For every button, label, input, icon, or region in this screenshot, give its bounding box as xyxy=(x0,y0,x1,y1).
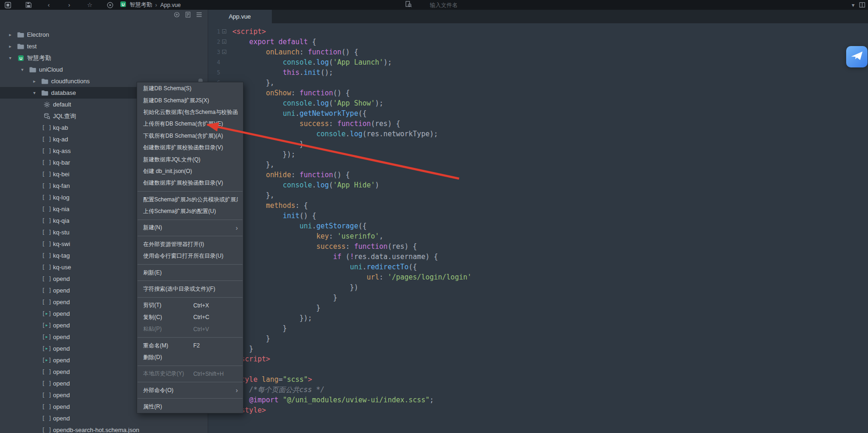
folder-icon xyxy=(17,43,25,50)
menu-item[interactable]: 创建数据库扩展校验函数目录(V) xyxy=(137,177,243,189)
app-logo-icon[interactable] xyxy=(5,2,11,8)
menu-item[interactable]: 外部命令(O)› xyxy=(137,385,243,396)
folder-icon xyxy=(29,66,37,73)
menu-item[interactable]: 属性(R) xyxy=(137,401,243,413)
menu-item[interactable]: 上传Schema扩展Js的配置(U) xyxy=(137,206,243,217)
dropdown-icon[interactable]: ▾ xyxy=(852,2,855,8)
menu-item[interactable]: 新建DB Schema扩展JS(X) xyxy=(137,94,243,106)
code-text: console.log('App Hide') xyxy=(228,180,379,190)
menu-item[interactable]: 复制(C)Ctrl+C xyxy=(137,312,243,323)
menu-item[interactable]: 配置Schema扩展Js的公共模块或扩展库 xyxy=(137,194,243,206)
code-text: export default { xyxy=(228,37,316,47)
code-line: 20- uni.getStorage({ xyxy=(208,221,868,231)
code-line: 9- uni.getNetworkType({ xyxy=(208,108,868,119)
menu-item[interactable]: 创建数据库扩展校验函数目录(V) xyxy=(137,142,243,153)
menu-separator xyxy=(138,337,243,338)
menu-item-label: 新建(N) xyxy=(143,224,162,232)
db-search-icon xyxy=(43,113,51,120)
chevron-right-icon[interactable]: ▸ xyxy=(7,32,14,37)
tree-item-label: kq-fan xyxy=(53,182,70,189)
code-line: 27 } xyxy=(208,293,868,303)
run-icon[interactable] xyxy=(107,2,113,8)
code-area[interactable]: 1-<script>2- export default {3- onLaunch… xyxy=(208,23,868,433)
schema-icon: [ ] xyxy=(43,240,51,248)
menu-separator xyxy=(138,236,243,236)
file-search-input[interactable] xyxy=(429,1,852,9)
chevron-down-icon[interactable]: ▾ xyxy=(7,55,14,60)
tree-item-label: opend xyxy=(53,333,70,340)
tree-item-label: 智慧考勤 xyxy=(27,54,51,62)
tree-item[interactable]: [ ]opendb-search-hot.schema.json xyxy=(0,424,208,433)
forward-icon[interactable]: › xyxy=(66,2,72,8)
tree-item-label: opend xyxy=(53,392,70,399)
menu-separator xyxy=(138,398,243,399)
code-line: 21 key: 'userinfo', xyxy=(208,231,868,241)
locate-icon[interactable] xyxy=(185,12,191,18)
star-icon[interactable]: ☆ xyxy=(86,2,93,8)
folder-icon xyxy=(17,31,25,39)
tree-item-label: cloudfunctions xyxy=(51,78,90,85)
menu-item-shortcut: Ctrl+X xyxy=(193,302,238,309)
menu-item[interactable]: 重命名(M)F2 xyxy=(137,340,243,351)
save-icon[interactable] xyxy=(25,2,32,8)
back-icon[interactable]: ‹ xyxy=(46,2,52,8)
breadcrumb-file[interactable]: App.vue xyxy=(160,2,181,8)
menu-item-label: 在外部资源管理器打开(I) xyxy=(143,240,204,248)
chevron-down-icon[interactable]: ▾ xyxy=(19,67,26,72)
menu-item[interactable]: 新建(N)› xyxy=(137,222,243,233)
fold-marker-icon[interactable]: - xyxy=(222,50,226,54)
chevron-down-icon[interactable]: ▾ xyxy=(31,90,38,95)
menu-item-label: 配置Schema扩展Js的公共模块或扩展库 xyxy=(143,196,238,204)
menu-separator xyxy=(138,191,243,192)
tree-item[interactable]: [ ]opend xyxy=(0,413,208,424)
menu-item: 本地历史记录(Y)Ctrl+Shift+H xyxy=(137,368,243,380)
menu-item[interactable]: 字符搜索(选中目录或文件)(F) xyxy=(137,283,243,295)
collapse-icon[interactable] xyxy=(174,12,180,18)
tree-item[interactable]: ▸Electron xyxy=(0,29,208,40)
tree-item[interactable]: ▾U智慧考勤 xyxy=(0,52,208,64)
breadcrumb-project[interactable]: 智慧考勤 xyxy=(130,1,152,9)
find-in-files-icon[interactable] xyxy=(405,1,412,7)
svg-text:U: U xyxy=(122,2,125,7)
explorer-toolbar xyxy=(0,10,208,19)
line-number: 3 xyxy=(208,47,220,57)
tab-app-vue[interactable]: App.vue xyxy=(208,10,272,23)
menu-item-shortcut: Ctrl+V xyxy=(193,326,238,333)
fold-marker-icon[interactable]: - xyxy=(222,29,226,33)
code-text: uni.getNetworkType({ xyxy=(228,108,367,119)
schema-icon: [ ] xyxy=(43,287,51,294)
tree-item-label: kq-ass xyxy=(53,147,71,154)
menu-item[interactable]: 新建DB Schema(S) xyxy=(137,83,243,94)
feedback-button[interactable] xyxy=(846,46,868,67)
tree-item-label: kq-log xyxy=(53,194,69,201)
menu-item[interactable]: 新建数据库JQL文件(Q) xyxy=(137,153,243,165)
tree-item-label: kq-qia xyxy=(53,217,69,224)
menu-item[interactable]: 刷新(E) xyxy=(137,266,243,278)
tree-item[interactable]: ▾uniCloud xyxy=(0,64,208,75)
menu-item[interactable]: 下载所有DB Schema(含扩展)(A) xyxy=(137,130,243,142)
menu-item[interactable]: 使用命令行窗口打开所在目录(U) xyxy=(137,250,243,262)
folder-icon xyxy=(41,78,49,85)
menu-item[interactable]: 删除(D) xyxy=(137,352,243,363)
breadcrumb-chevron-icon: › xyxy=(155,2,157,8)
menu-item[interactable]: 创建 db_init.json(O) xyxy=(137,166,243,177)
menu-icon[interactable] xyxy=(196,12,202,17)
menu-item[interactable]: 初始化云数据库(包含Schema与校验函数)(I) xyxy=(137,107,243,118)
code-text: this.init(); xyxy=(228,67,333,78)
menu-separator xyxy=(138,220,243,220)
split-view-icon[interactable] xyxy=(859,2,865,8)
tree-item[interactable]: ▸test xyxy=(0,40,208,52)
menu-item-label: 属性(R) xyxy=(143,403,162,411)
tree-item-label: Electron xyxy=(27,31,49,38)
menu-item[interactable]: 上传所有DB Schema(含扩展)(E) xyxy=(137,118,243,130)
code-text: console.log('App Show'); xyxy=(228,98,383,108)
menu-item-label: 外部命令(O) xyxy=(143,386,173,394)
chevron-right-icon[interactable]: ▸ xyxy=(7,44,14,49)
schema-js-icon: [▸] xyxy=(43,310,51,318)
code-text: if (!res.data.username) { xyxy=(228,252,438,262)
chevron-right-icon[interactable]: ▸ xyxy=(31,79,38,84)
schema-icon: [ ] xyxy=(43,415,51,422)
fold-marker-icon[interactable]: - xyxy=(222,40,226,44)
menu-item[interactable]: 在外部资源管理器打开(I) xyxy=(137,239,243,250)
menu-item[interactable]: 剪切(T)Ctrl+X xyxy=(137,300,243,311)
